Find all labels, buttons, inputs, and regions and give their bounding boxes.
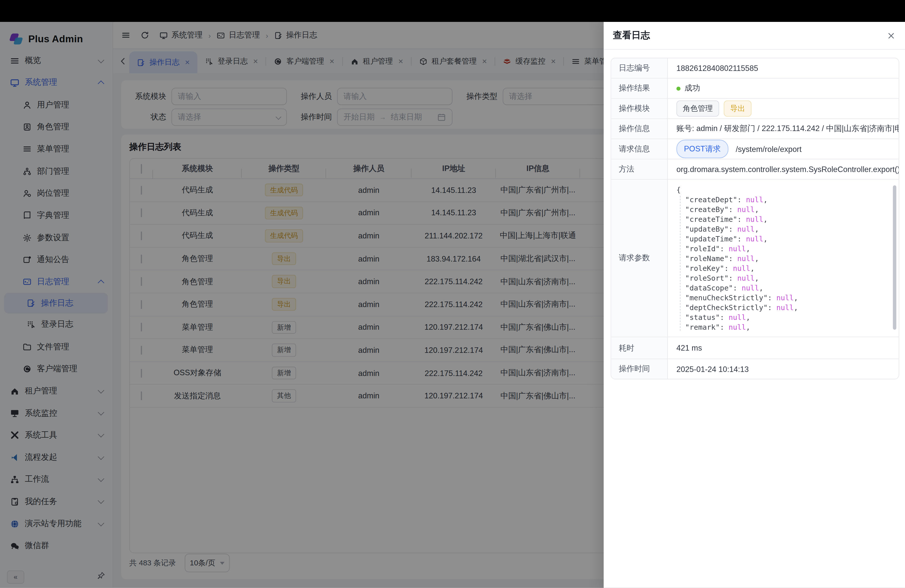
json-key: "roleName"	[685, 254, 729, 262]
detail-row-method: 方法 org.dromara.system.controller.system.…	[611, 159, 899, 180]
json-key: "menuCheckStrictly"	[685, 293, 767, 302]
json-key: "roleId"	[685, 244, 720, 253]
detail-row-time: 操作时间 2025-01-24 10:14:13	[611, 359, 899, 379]
view-log-drawer: 查看日志 日志编号 1882612840802115585 操作结果 成功 操作…	[604, 22, 905, 588]
json-key: "updateBy"	[685, 224, 729, 233]
json-null-value: null	[729, 313, 746, 321]
indent-guide-line	[680, 195, 681, 331]
duration-label: 耗时	[611, 337, 668, 359]
detail-row-log-id: 日志编号 1882612840802115585	[611, 58, 899, 78]
duration-value: 421 ms	[676, 343, 702, 352]
module-label: 操作模块	[611, 99, 668, 118]
params-json-viewer[interactable]: { "createDept": null, "createBy": null, …	[676, 180, 899, 337]
success-dot-icon	[676, 86, 681, 90]
json-null-value: null	[776, 303, 794, 311]
json-key: "createDept"	[685, 195, 737, 204]
detail-row-info: 操作信息 账号: admin / 研发部门 / 222.175.114.242 …	[611, 119, 899, 139]
log-detail-table: 日志编号 1882612840802115585 操作结果 成功 操作模块 角色…	[611, 58, 899, 380]
json-null-value: null	[729, 323, 746, 331]
json-null-value: null	[741, 283, 759, 292]
result-label: 操作结果	[611, 78, 668, 98]
request-path-value: /system/role/export	[736, 145, 802, 153]
json-key: "updateTime"	[685, 234, 737, 243]
json-null-value: null	[729, 244, 746, 253]
json-open-brace: {	[676, 185, 681, 194]
post-request-tag: POST请求	[676, 140, 728, 158]
drawer-title: 查看日志	[613, 29, 650, 41]
detail-row-duration: 耗时 421 ms	[611, 337, 899, 359]
json-key: "roleKey"	[685, 264, 724, 272]
json-key: "status"	[685, 313, 720, 321]
screenshot-stage: Plus Admin 概览系统管理用户管理角色管理菜单管理部门管理岗位管理字典管…	[0, 0, 905, 588]
drawer-header: 查看日志	[604, 22, 905, 49]
json-null-value: null	[737, 273, 755, 282]
json-key: "createTime"	[685, 215, 737, 223]
json-key: "roleSort"	[685, 273, 729, 282]
json-key: "deptCheckStrictly"	[685, 303, 767, 311]
time-label: 操作时间	[611, 359, 668, 379]
json-scrollbar-thumb[interactable]	[893, 185, 897, 330]
time-value: 2025-01-24 10:14:13	[676, 365, 749, 373]
json-key: "dataScope"	[685, 283, 733, 292]
method-value: org.dromara.system.controller.system.Sys…	[676, 165, 899, 173]
log-id-value: 1882612840802115585	[676, 64, 758, 72]
request-label: 请求信息	[611, 139, 668, 159]
detail-row-params: 请求参数 { "createDept": null, "createBy": n…	[611, 180, 899, 337]
info-label: 操作信息	[611, 119, 668, 138]
json-null-value: null	[737, 224, 755, 233]
json-null-value: null	[746, 234, 763, 243]
result-value: 成功	[684, 83, 700, 94]
detail-row-module: 操作模块 角色管理 导出	[611, 99, 899, 119]
log-id-label: 日志编号	[611, 58, 668, 78]
action-tag: 导出	[724, 100, 751, 116]
json-null-value: null	[746, 195, 763, 204]
window-top-black-bar	[0, 0, 905, 22]
modal-mask-overlay[interactable]	[0, 0, 604, 588]
json-null-value: null	[776, 293, 794, 302]
json-null-value: null	[737, 205, 755, 213]
json-key: "remark"	[685, 323, 720, 331]
json-null-value: null	[733, 264, 750, 272]
method-label: 方法	[611, 159, 668, 179]
params-label: 请求参数	[611, 180, 668, 337]
detail-row-request: 请求信息 POST请求 /system/role/export	[611, 139, 899, 159]
params-json-code: { "createDept": null, "createBy": null, …	[676, 185, 891, 332]
detail-row-result: 操作结果 成功	[611, 78, 899, 99]
json-key: "createBy"	[685, 205, 729, 213]
module-tag: 角色管理	[676, 100, 719, 116]
close-icon[interactable]	[887, 31, 896, 40]
json-null-value: null	[737, 254, 755, 262]
json-null-value: null	[746, 215, 763, 223]
info-value: 账号: admin / 研发部门 / 222.175.114.242 / 中国|…	[676, 124, 899, 134]
